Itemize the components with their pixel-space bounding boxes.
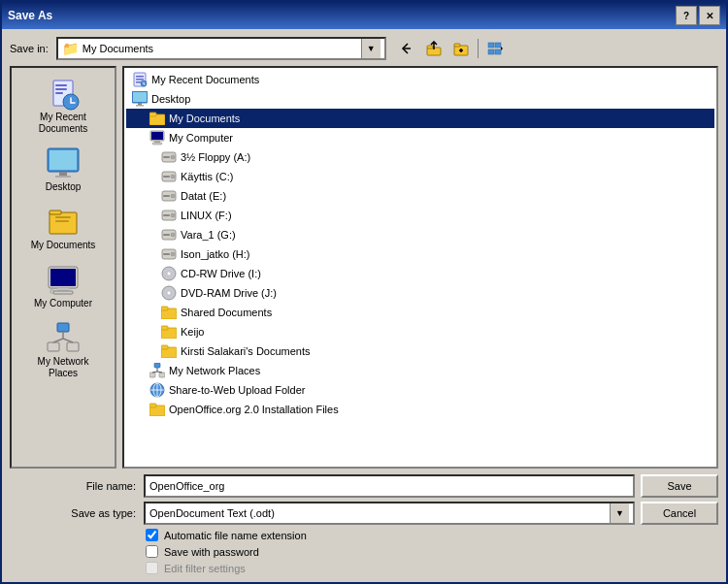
- mydocs-icon: [46, 205, 81, 240]
- file-icon-dvdram: [161, 285, 177, 301]
- save-as-dialog: Save As ? ✕ Save in: 📁 My Documents ▼: [0, 0, 728, 584]
- save-password-checkbox[interactable]: [146, 545, 158, 558]
- svg-rect-49: [152, 143, 162, 145]
- savetype-dropdown[interactable]: OpenDocument Text (.odt) ▼: [144, 502, 635, 525]
- file-icon-keijo: [161, 324, 177, 340]
- file-label-datat: Datat (E:): [181, 190, 226, 202]
- file-item-desktop[interactable]: Desktop: [126, 89, 714, 109]
- file-label-sharetoweb: Share-to-Web Upload Folder: [169, 384, 305, 396]
- file-label-shared: Shared Documents: [181, 307, 272, 318]
- file-item-ison_jatko[interactable]: Ison_jatko (H:): [126, 244, 714, 264]
- file-item-mynetwork[interactable]: My Network Places: [126, 361, 714, 380]
- file-item-datat[interactable]: Datat (E:): [126, 186, 714, 206]
- svg-rect-78: [154, 363, 160, 368]
- file-item-kirsti[interactable]: Kirsti Salakari's Documents: [126, 341, 714, 361]
- save-password-label: Save with password: [164, 546, 259, 558]
- file-browser[interactable]: My Recent DocumentsDesktopMy DocumentsMy…: [122, 66, 718, 469]
- up-folder-button[interactable]: [421, 37, 447, 60]
- auto-extension-checkbox[interactable]: [146, 529, 158, 541]
- svg-rect-45: [149, 113, 156, 116]
- savetype-dropdown-arrow[interactable]: ▼: [610, 503, 629, 523]
- file-label-cdrw: CD-RW Drive (I:): [181, 268, 261, 279]
- file-label-floppy: 3½ Floppy (A:): [181, 151, 250, 163]
- sidebar-item-recent-label: My RecentDocuments: [39, 112, 88, 135]
- filename-input-wrapper: Save: [144, 474, 718, 498]
- save-in-dropdown-arrow[interactable]: ▼: [361, 39, 381, 58]
- file-label-mydocs: My Documents: [169, 113, 240, 124]
- svg-rect-4: [454, 44, 460, 47]
- auto-extension-label: Automatic file name extension: [164, 530, 307, 541]
- checkbox-row-1: Automatic file name extension: [10, 529, 718, 541]
- sidebar-item-mycomputer[interactable]: My Computer: [14, 258, 113, 314]
- svg-rect-64: [163, 234, 170, 236]
- svg-rect-42: [138, 103, 142, 105]
- svg-rect-48: [154, 141, 160, 143]
- svg-rect-36: [136, 76, 144, 78]
- window-title: Save As: [8, 9, 676, 22]
- svg-rect-14: [55, 92, 63, 94]
- svg-rect-27: [53, 291, 73, 294]
- new-folder-button[interactable]: [448, 37, 474, 60]
- file-icon-recent-docs: [132, 72, 148, 87]
- file-label-kayttis: Käyttis (C:): [181, 171, 233, 182]
- svg-rect-10: [495, 49, 501, 54]
- file-item-vara1[interactable]: Vara_1 (G:): [126, 225, 714, 244]
- file-label-ison_jatko: Ison_jatko (H:): [181, 248, 250, 260]
- svg-rect-2: [427, 46, 433, 49]
- view-menu-button[interactable]: [482, 37, 508, 60]
- sidebar-item-recent[interactable]: My RecentDocuments: [14, 72, 113, 140]
- window-body: Save in: 📁 My Documents ▼: [2, 29, 726, 582]
- svg-rect-12: [55, 84, 67, 86]
- file-icon-vara1: [161, 227, 177, 243]
- svg-rect-79: [149, 373, 155, 377]
- file-item-floppy[interactable]: 3½ Floppy (A:): [126, 147, 714, 167]
- file-icon-mydocs: [149, 111, 165, 126]
- save-button[interactable]: Save: [641, 474, 718, 498]
- svg-line-83: [157, 372, 162, 373]
- svg-rect-41: [133, 92, 147, 102]
- file-item-cdrw[interactable]: CD-RW Drive (I:): [126, 264, 714, 283]
- file-item-linux[interactable]: LINUX (F:): [126, 206, 714, 225]
- svg-rect-38: [136, 81, 141, 83]
- svg-rect-47: [151, 132, 163, 140]
- bottom-area: File name: Save Save as type: OpenDocume…: [10, 474, 718, 574]
- filename-input[interactable]: [144, 474, 635, 498]
- svg-point-51: [171, 155, 175, 159]
- svg-rect-21: [50, 211, 61, 214]
- svg-rect-73: [161, 307, 168, 310]
- svg-rect-29: [57, 323, 69, 332]
- file-item-shared[interactable]: Shared Documents: [126, 303, 714, 322]
- sidebar-item-mydocs[interactable]: My Documents: [14, 200, 113, 256]
- svg-point-69: [167, 272, 171, 276]
- file-item-mycomp[interactable]: My Computer: [126, 128, 714, 147]
- file-item-dvdram[interactable]: DVD-RAM Drive (J:): [126, 283, 714, 303]
- file-icon-mynetwork: [149, 363, 165, 378]
- file-item-recent-docs[interactable]: My Recent Documents: [126, 70, 714, 89]
- sidebar-item-mydocs-label: My Documents: [31, 240, 96, 251]
- close-button[interactable]: ✕: [699, 6, 720, 25]
- cancel-button[interactable]: Cancel: [641, 502, 718, 525]
- checkbox-row-3: Edit filter settings: [10, 562, 718, 574]
- file-item-mydocs[interactable]: My Documents: [126, 109, 714, 128]
- sidebar-item-desktop[interactable]: Desktop: [14, 142, 113, 198]
- sidebar-item-desktop-label: Desktop: [46, 181, 82, 193]
- file-item-sharetoweb[interactable]: Share-to-Web Upload Folder: [126, 380, 714, 400]
- file-label-vara1: Vara_1 (G:): [181, 229, 236, 241]
- file-icon-kirsti: [161, 343, 177, 359]
- back-button[interactable]: [394, 37, 419, 60]
- save-in-dropdown[interactable]: 📁 My Documents ▼: [56, 37, 386, 60]
- file-item-ooo[interactable]: OpenOffice.org 2.0 Installation Files: [126, 400, 714, 419]
- filename-label: File name:: [10, 480, 136, 492]
- help-button[interactable]: ?: [676, 6, 697, 25]
- file-icon-desktop: [132, 91, 148, 107]
- file-item-keijo[interactable]: Keijo: [126, 322, 714, 341]
- file-label-recent-docs: My Recent Documents: [151, 74, 259, 85]
- file-item-kayttis[interactable]: Käyttis (C:): [126, 167, 714, 186]
- file-icon-linux: [161, 208, 177, 223]
- sidebar-item-network[interactable]: My NetworkPlaces: [14, 316, 113, 384]
- title-bar-buttons: ? ✕: [676, 6, 720, 25]
- left-panel: My RecentDocuments Desktop: [10, 66, 116, 469]
- recent-icon: [46, 77, 81, 112]
- svg-rect-8: [495, 43, 501, 48]
- svg-rect-52: [163, 156, 170, 158]
